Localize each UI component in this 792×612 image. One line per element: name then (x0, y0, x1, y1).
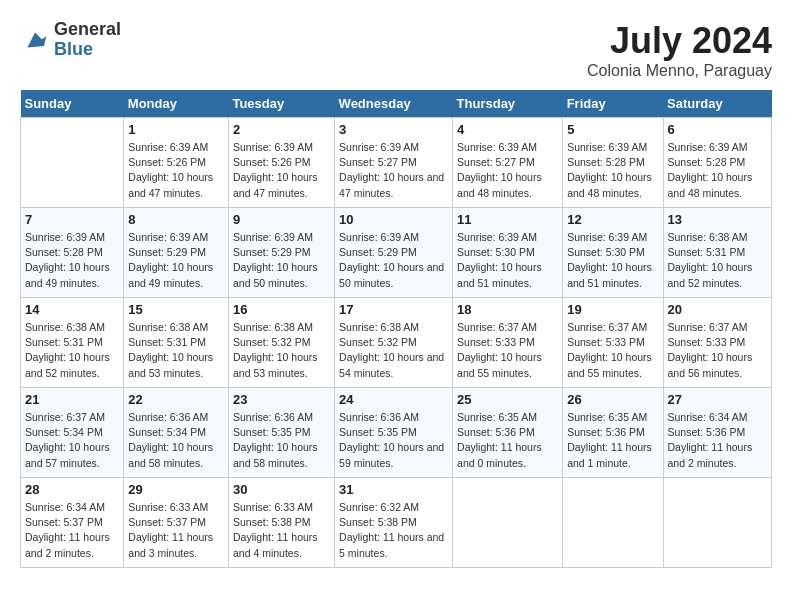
column-header-sunday: Sunday (21, 90, 124, 118)
day-detail: Sunrise: 6:39 AMSunset: 5:28 PMDaylight:… (668, 140, 767, 201)
day-number: 19 (567, 302, 658, 317)
calendar-week-row: 7Sunrise: 6:39 AMSunset: 5:28 PMDaylight… (21, 208, 772, 298)
title-block: July 2024 Colonia Menno, Paraguay (587, 20, 772, 80)
day-detail: Sunrise: 6:32 AMSunset: 5:38 PMDaylight:… (339, 500, 448, 561)
day-number: 5 (567, 122, 658, 137)
column-header-thursday: Thursday (453, 90, 563, 118)
calendar-cell: 11Sunrise: 6:39 AMSunset: 5:30 PMDayligh… (453, 208, 563, 298)
calendar-cell: 22Sunrise: 6:36 AMSunset: 5:34 PMDayligh… (124, 388, 229, 478)
calendar-cell: 24Sunrise: 6:36 AMSunset: 5:35 PMDayligh… (335, 388, 453, 478)
day-detail: Sunrise: 6:37 AMSunset: 5:33 PMDaylight:… (668, 320, 767, 381)
day-detail: Sunrise: 6:39 AMSunset: 5:26 PMDaylight:… (128, 140, 224, 201)
day-number: 20 (668, 302, 767, 317)
day-number: 23 (233, 392, 330, 407)
day-detail: Sunrise: 6:36 AMSunset: 5:35 PMDaylight:… (339, 410, 448, 471)
day-detail: Sunrise: 6:39 AMSunset: 5:28 PMDaylight:… (567, 140, 658, 201)
day-detail: Sunrise: 6:37 AMSunset: 5:33 PMDaylight:… (457, 320, 558, 381)
day-detail: Sunrise: 6:38 AMSunset: 5:32 PMDaylight:… (339, 320, 448, 381)
logo-line2: Blue (54, 40, 121, 60)
day-number: 31 (339, 482, 448, 497)
calendar-cell (563, 478, 663, 568)
calendar-week-row: 14Sunrise: 6:38 AMSunset: 5:31 PMDayligh… (21, 298, 772, 388)
day-number: 10 (339, 212, 448, 227)
day-number: 1 (128, 122, 224, 137)
day-number: 6 (668, 122, 767, 137)
calendar-cell: 25Sunrise: 6:35 AMSunset: 5:36 PMDayligh… (453, 388, 563, 478)
day-number: 13 (668, 212, 767, 227)
day-number: 26 (567, 392, 658, 407)
day-detail: Sunrise: 6:36 AMSunset: 5:34 PMDaylight:… (128, 410, 224, 471)
subtitle: Colonia Menno, Paraguay (587, 62, 772, 80)
day-detail: Sunrise: 6:38 AMSunset: 5:31 PMDaylight:… (128, 320, 224, 381)
calendar-cell: 20Sunrise: 6:37 AMSunset: 5:33 PMDayligh… (663, 298, 771, 388)
calendar-cell: 10Sunrise: 6:39 AMSunset: 5:29 PMDayligh… (335, 208, 453, 298)
day-detail: Sunrise: 6:39 AMSunset: 5:29 PMDaylight:… (339, 230, 448, 291)
day-detail: Sunrise: 6:34 AMSunset: 5:37 PMDaylight:… (25, 500, 119, 561)
calendar-cell: 7Sunrise: 6:39 AMSunset: 5:28 PMDaylight… (21, 208, 124, 298)
calendar-cell: 4Sunrise: 6:39 AMSunset: 5:27 PMDaylight… (453, 118, 563, 208)
calendar-cell: 16Sunrise: 6:38 AMSunset: 5:32 PMDayligh… (228, 298, 334, 388)
calendar-cell: 28Sunrise: 6:34 AMSunset: 5:37 PMDayligh… (21, 478, 124, 568)
day-number: 8 (128, 212, 224, 227)
day-number: 17 (339, 302, 448, 317)
logo-icon (20, 25, 50, 55)
day-number: 2 (233, 122, 330, 137)
column-header-monday: Monday (124, 90, 229, 118)
logo-line1: General (54, 20, 121, 40)
calendar-week-row: 21Sunrise: 6:37 AMSunset: 5:34 PMDayligh… (21, 388, 772, 478)
logo: General Blue (20, 20, 121, 60)
calendar-cell: 31Sunrise: 6:32 AMSunset: 5:38 PMDayligh… (335, 478, 453, 568)
calendar-cell: 3Sunrise: 6:39 AMSunset: 5:27 PMDaylight… (335, 118, 453, 208)
day-detail: Sunrise: 6:39 AMSunset: 5:27 PMDaylight:… (457, 140, 558, 201)
calendar-cell: 19Sunrise: 6:37 AMSunset: 5:33 PMDayligh… (563, 298, 663, 388)
calendar-cell: 26Sunrise: 6:35 AMSunset: 5:36 PMDayligh… (563, 388, 663, 478)
day-number: 29 (128, 482, 224, 497)
day-detail: Sunrise: 6:39 AMSunset: 5:26 PMDaylight:… (233, 140, 330, 201)
calendar-cell (453, 478, 563, 568)
calendar-cell (21, 118, 124, 208)
calendar-header-row: SundayMondayTuesdayWednesdayThursdayFrid… (21, 90, 772, 118)
calendar-cell: 5Sunrise: 6:39 AMSunset: 5:28 PMDaylight… (563, 118, 663, 208)
day-detail: Sunrise: 6:39 AMSunset: 5:30 PMDaylight:… (457, 230, 558, 291)
day-number: 30 (233, 482, 330, 497)
day-detail: Sunrise: 6:34 AMSunset: 5:36 PMDaylight:… (668, 410, 767, 471)
calendar-table: SundayMondayTuesdayWednesdayThursdayFrid… (20, 90, 772, 568)
day-detail: Sunrise: 6:38 AMSunset: 5:32 PMDaylight:… (233, 320, 330, 381)
day-number: 11 (457, 212, 558, 227)
column-header-saturday: Saturday (663, 90, 771, 118)
calendar-cell: 15Sunrise: 6:38 AMSunset: 5:31 PMDayligh… (124, 298, 229, 388)
calendar-cell: 14Sunrise: 6:38 AMSunset: 5:31 PMDayligh… (21, 298, 124, 388)
calendar-cell: 9Sunrise: 6:39 AMSunset: 5:29 PMDaylight… (228, 208, 334, 298)
calendar-cell (663, 478, 771, 568)
day-number: 3 (339, 122, 448, 137)
day-number: 24 (339, 392, 448, 407)
day-detail: Sunrise: 6:39 AMSunset: 5:30 PMDaylight:… (567, 230, 658, 291)
calendar-week-row: 1Sunrise: 6:39 AMSunset: 5:26 PMDaylight… (21, 118, 772, 208)
calendar-cell: 17Sunrise: 6:38 AMSunset: 5:32 PMDayligh… (335, 298, 453, 388)
day-detail: Sunrise: 6:39 AMSunset: 5:29 PMDaylight:… (233, 230, 330, 291)
day-number: 27 (668, 392, 767, 407)
calendar-cell: 27Sunrise: 6:34 AMSunset: 5:36 PMDayligh… (663, 388, 771, 478)
day-detail: Sunrise: 6:39 AMSunset: 5:28 PMDaylight:… (25, 230, 119, 291)
calendar-cell: 1Sunrise: 6:39 AMSunset: 5:26 PMDaylight… (124, 118, 229, 208)
day-number: 4 (457, 122, 558, 137)
column-header-wednesday: Wednesday (335, 90, 453, 118)
main-title: July 2024 (587, 20, 772, 62)
calendar-cell: 2Sunrise: 6:39 AMSunset: 5:26 PMDaylight… (228, 118, 334, 208)
day-number: 28 (25, 482, 119, 497)
day-detail: Sunrise: 6:38 AMSunset: 5:31 PMDaylight:… (25, 320, 119, 381)
calendar-cell: 21Sunrise: 6:37 AMSunset: 5:34 PMDayligh… (21, 388, 124, 478)
day-number: 9 (233, 212, 330, 227)
calendar-cell: 29Sunrise: 6:33 AMSunset: 5:37 PMDayligh… (124, 478, 229, 568)
column-header-tuesday: Tuesday (228, 90, 334, 118)
calendar-cell: 23Sunrise: 6:36 AMSunset: 5:35 PMDayligh… (228, 388, 334, 478)
day-number: 14 (25, 302, 119, 317)
column-header-friday: Friday (563, 90, 663, 118)
calendar-cell: 12Sunrise: 6:39 AMSunset: 5:30 PMDayligh… (563, 208, 663, 298)
day-detail: Sunrise: 6:33 AMSunset: 5:37 PMDaylight:… (128, 500, 224, 561)
day-detail: Sunrise: 6:36 AMSunset: 5:35 PMDaylight:… (233, 410, 330, 471)
page-header: General Blue July 2024 Colonia Menno, Pa… (20, 20, 772, 80)
day-detail: Sunrise: 6:37 AMSunset: 5:33 PMDaylight:… (567, 320, 658, 381)
day-detail: Sunrise: 6:39 AMSunset: 5:27 PMDaylight:… (339, 140, 448, 201)
calendar-cell: 8Sunrise: 6:39 AMSunset: 5:29 PMDaylight… (124, 208, 229, 298)
